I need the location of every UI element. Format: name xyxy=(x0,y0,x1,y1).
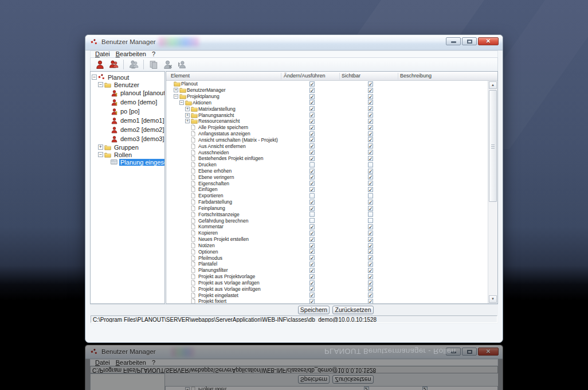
expander-icon[interactable]: + xyxy=(185,119,190,123)
visible-checkbox[interactable]: ✓ xyxy=(368,169,373,174)
table-row[interactable]: Optionen✓✓ xyxy=(166,248,488,255)
modify-checkbox[interactable]: ✓ xyxy=(309,206,315,211)
close-button[interactable]: ✕ xyxy=(478,37,499,45)
visible-checkbox[interactable]: ✓ xyxy=(368,156,373,161)
visible-checkbox[interactable]: ✓ xyxy=(368,249,373,254)
visible-checkbox[interactable] xyxy=(368,212,373,217)
visible-checkbox[interactable]: ✓ xyxy=(368,224,373,229)
modify-checkbox[interactable]: ✓ xyxy=(309,112,315,118)
table-row[interactable]: Drucken xyxy=(166,162,488,168)
table-row[interactable]: Projekt aus Vorlage einfügen✓✓ xyxy=(166,286,488,292)
minimize-button[interactable] xyxy=(446,37,461,45)
visible-checkbox[interactable]: ✓ xyxy=(368,262,373,267)
visible-checkbox[interactable]: ✓ xyxy=(368,88,373,93)
modify-checkbox[interactable]: ✓ xyxy=(309,280,315,286)
modify-checkbox[interactable]: ✓ xyxy=(309,88,315,93)
expander-icon[interactable]: + xyxy=(185,113,190,118)
modify-checkbox[interactable]: ✓ xyxy=(309,187,315,192)
visible-checkbox[interactable]: ✓ xyxy=(368,255,373,260)
table-row[interactable]: Bestehendes Projekt einfügen✓✓ xyxy=(166,155,488,162)
modify-checkbox[interactable]: ✓ xyxy=(309,174,315,180)
scrollbar-thumb[interactable] xyxy=(489,90,497,202)
modify-checkbox[interactable]: ✓ xyxy=(309,262,315,267)
visible-checkbox[interactable]: ✓ xyxy=(368,106,373,111)
modify-checkbox[interactable]: ✓ xyxy=(309,255,315,260)
visible-checkbox[interactable]: ✓ xyxy=(368,174,373,180)
table-row[interactable]: +Planungsansicht✓✓ xyxy=(166,112,488,118)
expander-icon[interactable]: + xyxy=(174,88,178,92)
expander-icon[interactable]: + xyxy=(98,145,103,150)
column-header-modify[interactable]: Ändern/Ausführen xyxy=(284,73,326,79)
modify-checkbox[interactable]: ✓ xyxy=(309,125,315,130)
modify-checkbox[interactable]: ✓ xyxy=(309,94,315,99)
visible-checkbox[interactable]: ✓ xyxy=(368,150,373,155)
table-row[interactable]: Alle Projekte speichern✓✓ xyxy=(166,124,488,131)
table-row[interactable]: Ebene veringern✓✓ xyxy=(166,174,488,180)
table-row[interactable]: Notizen✓✓ xyxy=(166,243,488,249)
table-row[interactable]: Anfangsstatus anzeigen✓✓ xyxy=(166,131,488,137)
toolbar-add-user-group-icon[interactable] xyxy=(108,59,119,70)
table-row[interactable]: +BenutzerManager✓✓ xyxy=(166,87,488,93)
modify-checkbox[interactable]: ✓ xyxy=(309,169,315,174)
modify-checkbox[interactable]: ✓ xyxy=(309,249,315,254)
menu-item-datei[interactable]: Datei xyxy=(92,360,113,366)
tree-item[interactable]: demo [demo] xyxy=(91,98,164,107)
title-bar[interactable]: Benutzer Manager ✕ xyxy=(85,35,503,50)
table-row[interactable]: Pfeilmodus✓✓ xyxy=(166,255,488,261)
tree-item[interactable]: −Rollen xyxy=(91,151,164,158)
modify-checkbox[interactable] xyxy=(309,193,315,198)
tree-item[interactable]: +Gruppen xyxy=(91,143,164,151)
scroll-up-icon[interactable]: ▲ xyxy=(489,81,497,89)
visible-checkbox[interactable] xyxy=(368,193,373,198)
expander-icon[interactable]: − xyxy=(98,82,103,87)
modify-checkbox[interactable]: ✓ xyxy=(309,299,315,303)
table-row[interactable]: Fortschrittsanzeige xyxy=(166,211,488,217)
table-row[interactable]: Farbdarstellung✓✓ xyxy=(166,199,488,205)
visible-checkbox[interactable]: ✓ xyxy=(368,143,373,149)
table-row[interactable]: Neues Projekt erstellen✓✓ xyxy=(166,236,488,243)
table-row[interactable]: Ebene erhöhen✓✓ xyxy=(166,168,488,174)
table-row[interactable]: Einfügen✓✓ xyxy=(166,186,488,193)
expander-icon[interactable]: − xyxy=(98,152,103,157)
tree-item[interactable]: −Planout xyxy=(91,73,164,81)
toolbar-add-user-icon[interactable] xyxy=(94,59,105,70)
column-header-description[interactable]: Beschreibung xyxy=(400,73,432,79)
modify-checkbox[interactable]: ✓ xyxy=(309,119,315,124)
expander-icon[interactable]: + xyxy=(185,107,190,111)
visible-checkbox[interactable]: ✓ xyxy=(368,181,373,186)
expander-icon[interactable]: − xyxy=(92,75,97,80)
tree-item[interactable]: demo2 [demo2] xyxy=(91,125,164,134)
table-row[interactable]: Projekt eingelastet✓✓ xyxy=(166,292,488,298)
visible-checkbox[interactable]: ✓ xyxy=(368,81,373,87)
modify-checkbox[interactable]: ✓ xyxy=(309,181,315,186)
table-row[interactable]: Planout✓✓ xyxy=(166,81,488,87)
visible-checkbox[interactable]: ✓ xyxy=(368,274,373,279)
visible-checkbox[interactable]: ✓ xyxy=(368,243,373,248)
menu-item-bearbeiten[interactable]: Bearbeiten xyxy=(113,360,149,366)
expander-icon[interactable]: − xyxy=(174,94,178,99)
expander-icon[interactable]: − xyxy=(179,100,184,105)
table-row[interactable]: Eigenschaften✓✓ xyxy=(166,180,488,186)
table-row[interactable]: +Ressourcenansicht✓✓ xyxy=(166,118,488,124)
modify-checkbox[interactable]: ✓ xyxy=(309,106,315,111)
modify-checkbox[interactable]: ✓ xyxy=(309,286,315,291)
menu-item-bearbeiten[interactable]: Bearbeiten xyxy=(113,51,149,57)
visible-checkbox[interactable]: ✓ xyxy=(368,286,373,291)
visible-checkbox[interactable]: ✓ xyxy=(368,231,373,236)
modify-checkbox[interactable]: ✓ xyxy=(309,150,315,155)
modify-checkbox[interactable]: ✓ xyxy=(309,100,315,105)
tree-item[interactable]: demo1 [demo1] xyxy=(91,116,164,125)
maximize-button[interactable] xyxy=(462,37,477,45)
visible-checkbox[interactable]: ✓ xyxy=(368,119,373,124)
visible-checkbox[interactable]: ✓ xyxy=(368,112,373,118)
tree-item[interactable]: −Benutzer xyxy=(91,81,164,88)
vertical-scrollbar[interactable]: ▲ ▼ xyxy=(488,81,497,303)
table-row[interactable]: Projekt aus Vorlage anfügen✓✓ xyxy=(166,280,488,286)
menu-item-?[interactable]: ? xyxy=(149,51,158,57)
table-row[interactable]: Plantafel✓✓ xyxy=(166,261,488,267)
visible-checkbox[interactable]: ✓ xyxy=(368,94,373,99)
modify-checkbox[interactable]: ✓ xyxy=(309,243,315,248)
modify-checkbox[interactable]: ✓ xyxy=(309,143,315,149)
tree-item[interactable]: planout [planout] xyxy=(91,88,164,98)
modify-checkbox[interactable]: ✓ xyxy=(309,131,315,136)
